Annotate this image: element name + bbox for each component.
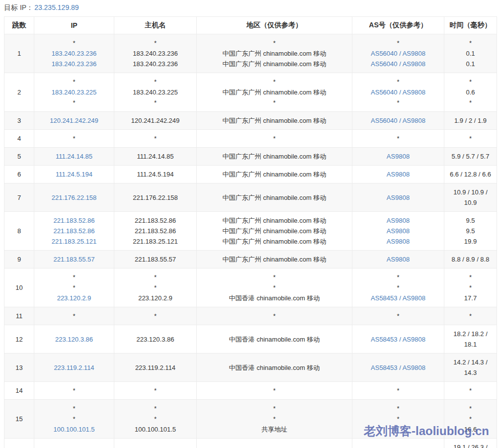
ip-link[interactable]: 111.24.5.194: [56, 171, 92, 178]
asn-link[interactable]: AS9808: [403, 117, 425, 124]
cell-line: [354, 424, 442, 435]
asn-link[interactable]: AS9808: [387, 256, 410, 263]
ip-link[interactable]: 100.100.101.5: [53, 426, 94, 433]
cell-line: AS9808: [354, 226, 442, 236]
hop-number: 2: [4, 73, 34, 112]
hostname-cell: *183.240.23.225*: [114, 73, 197, 112]
asn-separator: /: [398, 294, 403, 302]
cell-line: 111.24.5.194: [36, 169, 112, 179]
ip-link[interactable]: 221.183.25.121: [52, 238, 96, 245]
hostname-cell: **100.100.101.5: [114, 400, 197, 439]
table-row: 15**100.100.101.5**100.100.101.5**共享地址**…: [4, 400, 497, 439]
asn-link[interactable]: AS9808: [403, 294, 425, 302]
region-cell: 中国广东广州 chinamobile.com 移动中国广东广州 chinamob…: [197, 212, 352, 251]
table-row: 1610.20.32.13310.20.32.133局域网19.1 / 26.3…: [4, 439, 497, 448]
asn-link[interactable]: AS9808: [403, 50, 425, 57]
cell-line: 223.120.2.9: [36, 293, 112, 303]
cell-line: 9.5: [446, 226, 495, 236]
time-cell: **16.6: [444, 400, 497, 439]
cell-line: AS58453 / AS9808: [354, 293, 442, 303]
ip-link[interactable]: 223.120.2.9: [57, 294, 91, 302]
hop-number: 10: [4, 269, 34, 307]
asn-link[interactable]: AS58453: [371, 336, 398, 343]
hop-number: 15: [4, 400, 34, 439]
cell-line: *: [116, 311, 194, 321]
hop-number: 16: [4, 439, 34, 448]
cell-line: 中国广东广州 chinamobile.com 移动: [199, 226, 350, 236]
asn-cell: [352, 439, 444, 448]
hostname-cell: 221.183.52.86221.183.52.86221.183.25.121: [114, 212, 197, 251]
cell-line: *: [354, 133, 442, 144]
ip-link[interactable]: 183.240.23.236: [52, 50, 96, 57]
cell-line: 100.100.101.5: [116, 424, 194, 435]
asn-link[interactable]: AS9808: [403, 364, 425, 371]
asn-link[interactable]: AS56040: [371, 117, 398, 124]
hop-number: 14: [4, 382, 34, 400]
time-cell: *0.6*: [444, 73, 497, 112]
asn-link[interactable]: AS9808: [403, 89, 425, 96]
ip-link[interactable]: 223.120.3.86: [55, 336, 93, 343]
ip-link[interactable]: 223.119.2.114: [54, 364, 94, 371]
table-row: 9221.183.55.57221.183.55.57中国广东广州 chinam…: [4, 251, 497, 269]
region-cell: *中国广东广州 chinamobile.com 移动*: [197, 73, 352, 112]
time-cell: *: [444, 130, 497, 148]
cell-line: AS58453 / AS9808: [354, 334, 442, 345]
asn-link[interactable]: AS9808: [387, 217, 410, 224]
cell-line: *: [446, 414, 495, 424]
asn-link[interactable]: AS58453: [371, 294, 398, 302]
cell-line: AS9808: [354, 169, 442, 179]
ip-link[interactable]: 183.240.23.225: [52, 89, 96, 96]
asn-cell: **AS58453 / AS9808: [352, 269, 444, 307]
asn-link[interactable]: AS58453: [371, 364, 398, 371]
hostname-cell: **223.120.2.9: [114, 269, 197, 307]
ip-link[interactable]: 183.240.23.236: [52, 60, 96, 68]
cell-line: *: [116, 77, 194, 87]
table-row: 7221.176.22.158221.176.22.158中国广东广州 chin…: [4, 183, 497, 212]
ip-link[interactable]: 111.24.14.85: [56, 153, 92, 160]
cell-line: 223.120.2.9: [116, 293, 194, 303]
cell-line: 221.183.52.86: [116, 215, 194, 226]
column-header: 主机名: [114, 17, 197, 34]
asn-link[interactable]: AS56040: [371, 89, 398, 96]
region-cell: *: [197, 130, 352, 148]
hostname-cell: 120.241.242.249: [114, 112, 197, 130]
column-header: 跳数: [4, 17, 34, 34]
cell-line: *: [354, 38, 442, 48]
cell-line: 221.176.22.158: [116, 192, 194, 203]
cell-line: 中国广东广州 chinamobile.com 移动: [199, 215, 350, 226]
asn-link[interactable]: AS9808: [387, 227, 410, 235]
asn-cell: AS56040 / AS9808: [352, 112, 444, 130]
asn-link[interactable]: AS9808: [403, 60, 425, 68]
ip-link[interactable]: 221.183.52.86: [53, 217, 94, 224]
cell-line: *: [116, 38, 194, 48]
cell-line: *: [199, 133, 350, 144]
cell-line: *: [116, 385, 194, 396]
ip-link[interactable]: 221.183.55.57: [53, 256, 94, 263]
hostname-cell: 223.120.3.86: [114, 325, 197, 354]
asn-link[interactable]: AS9808: [403, 336, 425, 343]
cell-line: 中国香港 chinamobile.com 移动: [199, 334, 350, 345]
asn-link[interactable]: AS9808: [387, 153, 410, 160]
time-cell: 8.8 / 8.9 / 8.8: [444, 251, 497, 269]
cell-line: *: [36, 97, 112, 108]
ip-link[interactable]: 221.183.52.86: [53, 227, 94, 235]
hop-number: 12: [4, 325, 34, 354]
time-cell: 6.6 / 12.8 / 6.6: [444, 166, 497, 183]
cell-line: 223.119.2.114: [116, 362, 194, 373]
hop-number: 9: [4, 251, 34, 269]
target-ip-link[interactable]: 23.235.129.89: [34, 3, 79, 11]
asn-cell: *: [352, 130, 444, 148]
asn-link[interactable]: AS56040: [371, 60, 398, 68]
cell-line: 221.183.55.57: [36, 254, 112, 265]
ip-link[interactable]: 221.176.22.158: [52, 194, 96, 201]
hop-number: 13: [4, 354, 34, 382]
ip-cell: *183.240.23.225*: [34, 73, 114, 112]
asn-link[interactable]: AS9808: [387, 171, 410, 178]
cell-line: 中国广东广州 chinamobile.com 移动: [199, 151, 350, 162]
cell-line: 中国广东广州 chinamobile.com 移动: [199, 115, 350, 126]
ip-link[interactable]: 120.241.242.249: [50, 117, 98, 124]
asn-link[interactable]: AS9808: [387, 238, 410, 245]
asn-link[interactable]: AS56040: [371, 50, 398, 57]
asn-link[interactable]: AS9808: [387, 194, 410, 201]
ip-cell: 111.24.14.85: [34, 148, 114, 166]
